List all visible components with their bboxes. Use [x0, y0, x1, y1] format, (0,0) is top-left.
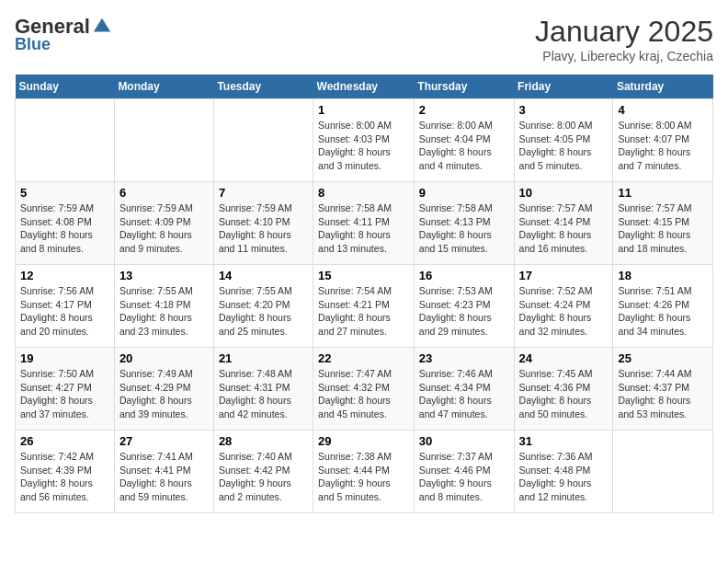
calendar-day-13: 13Sunrise: 7:55 AM Sunset: 4:18 PM Dayli…: [114, 265, 213, 348]
day-number: 1: [318, 103, 409, 117]
day-info: Sunrise: 7:58 AM Sunset: 4:11 PM Dayligh…: [318, 201, 409, 256]
day-number: 7: [219, 186, 308, 200]
calendar-day-8: 8Sunrise: 7:58 AM Sunset: 4:11 PM Daylig…: [313, 182, 415, 265]
calendar-week-row: 1Sunrise: 8:00 AM Sunset: 4:03 PM Daylig…: [16, 99, 713, 182]
day-number: 3: [519, 103, 609, 117]
day-info: Sunrise: 7:37 AM Sunset: 4:46 PM Dayligh…: [419, 450, 509, 504]
calendar-day-18: 18Sunrise: 7:51 AM Sunset: 4:26 PM Dayli…: [613, 265, 713, 348]
day-number: 15: [318, 269, 409, 282]
page-header: General Blue January 2025 Plavy, Liberec…: [15, 15, 713, 63]
calendar-day-empty: [16, 99, 115, 182]
calendar-day-empty: [114, 99, 213, 182]
location-subtitle: Plavy, Liberecky kraj, Czechia: [535, 49, 713, 63]
calendar-day-5: 5Sunrise: 7:59 AM Sunset: 4:08 PM Daylig…: [16, 182, 115, 265]
day-info: Sunrise: 7:51 AM Sunset: 4:26 PM Dayligh…: [618, 284, 708, 339]
calendar-day-15: 15Sunrise: 7:54 AM Sunset: 4:21 PM Dayli…: [313, 265, 415, 348]
calendar-day-30: 30Sunrise: 7:37 AM Sunset: 4:46 PM Dayli…: [414, 431, 514, 513]
weekday-header-sunday: Sunday: [16, 75, 115, 99]
calendar-day-28: 28Sunrise: 7:40 AM Sunset: 4:42 PM Dayli…: [213, 431, 313, 513]
day-info: Sunrise: 8:00 AM Sunset: 4:04 PM Dayligh…: [419, 119, 509, 173]
day-info: Sunrise: 7:55 AM Sunset: 4:18 PM Dayligh…: [119, 284, 209, 339]
day-number: 24: [519, 351, 609, 365]
day-number: 14: [219, 269, 308, 282]
calendar-day-31: 31Sunrise: 7:36 AM Sunset: 4:48 PM Dayli…: [514, 431, 613, 513]
day-number: 2: [419, 103, 509, 117]
calendar-day-22: 22Sunrise: 7:47 AM Sunset: 4:32 PM Dayli…: [313, 348, 415, 431]
calendar-day-1: 1Sunrise: 8:00 AM Sunset: 4:03 PM Daylig…: [313, 99, 415, 182]
calendar-day-20: 20Sunrise: 7:49 AM Sunset: 4:29 PM Dayli…: [114, 348, 213, 431]
calendar-day-29: 29Sunrise: 7:38 AM Sunset: 4:44 PM Dayli…: [313, 431, 415, 513]
weekday-header-monday: Monday: [114, 75, 213, 99]
day-info: Sunrise: 7:53 AM Sunset: 4:23 PM Dayligh…: [419, 284, 509, 339]
calendar-day-empty: [213, 99, 313, 182]
calendar-day-21: 21Sunrise: 7:48 AM Sunset: 4:31 PM Dayli…: [213, 348, 313, 431]
calendar-day-11: 11Sunrise: 7:57 AM Sunset: 4:15 PM Dayli…: [613, 182, 713, 265]
calendar-day-25: 25Sunrise: 7:44 AM Sunset: 4:37 PM Dayli…: [613, 348, 713, 431]
day-info: Sunrise: 7:49 AM Sunset: 4:29 PM Dayligh…: [119, 367, 209, 421]
calendar-table: SundayMondayTuesdayWednesdayThursdayFrid…: [15, 75, 713, 513]
day-info: Sunrise: 7:59 AM Sunset: 4:08 PM Dayligh…: [20, 201, 109, 256]
calendar-day-17: 17Sunrise: 7:52 AM Sunset: 4:24 PM Dayli…: [514, 265, 613, 348]
day-info: Sunrise: 7:46 AM Sunset: 4:34 PM Dayligh…: [419, 367, 509, 421]
calendar-day-3: 3Sunrise: 8:00 AM Sunset: 4:05 PM Daylig…: [514, 99, 613, 182]
day-number: 22: [318, 351, 409, 365]
calendar-day-2: 2Sunrise: 8:00 AM Sunset: 4:04 PM Daylig…: [414, 99, 514, 182]
day-number: 26: [20, 434, 109, 448]
day-number: 17: [519, 269, 609, 282]
day-info: Sunrise: 7:59 AM Sunset: 4:09 PM Dayligh…: [119, 201, 209, 256]
day-number: 30: [419, 434, 509, 448]
svg-marker-0: [94, 18, 110, 32]
day-info: Sunrise: 7:54 AM Sunset: 4:21 PM Dayligh…: [318, 284, 409, 339]
logo: General Blue: [15, 15, 112, 54]
day-info: Sunrise: 8:00 AM Sunset: 4:05 PM Dayligh…: [519, 119, 609, 173]
calendar-day-4: 4Sunrise: 8:00 AM Sunset: 4:07 PM Daylig…: [613, 99, 713, 182]
day-info: Sunrise: 7:48 AM Sunset: 4:31 PM Dayligh…: [219, 367, 308, 421]
day-info: Sunrise: 7:47 AM Sunset: 4:32 PM Dayligh…: [318, 367, 409, 421]
day-number: 29: [318, 434, 409, 448]
day-info: Sunrise: 7:40 AM Sunset: 4:42 PM Dayligh…: [219, 450, 308, 504]
calendar-week-row: 12Sunrise: 7:56 AM Sunset: 4:17 PM Dayli…: [16, 265, 713, 348]
calendar-week-row: 26Sunrise: 7:42 AM Sunset: 4:39 PM Dayli…: [16, 431, 713, 513]
calendar-day-24: 24Sunrise: 7:45 AM Sunset: 4:36 PM Dayli…: [514, 348, 613, 431]
day-info: Sunrise: 7:57 AM Sunset: 4:15 PM Dayligh…: [618, 201, 708, 256]
calendar-day-14: 14Sunrise: 7:55 AM Sunset: 4:20 PM Dayli…: [213, 265, 313, 348]
day-info: Sunrise: 7:52 AM Sunset: 4:24 PM Dayligh…: [519, 284, 609, 339]
day-info: Sunrise: 7:36 AM Sunset: 4:48 PM Dayligh…: [519, 450, 609, 504]
month-title: January 2025: [535, 15, 713, 49]
calendar-day-27: 27Sunrise: 7:41 AM Sunset: 4:41 PM Dayli…: [114, 431, 213, 513]
calendar-week-row: 5Sunrise: 7:59 AM Sunset: 4:08 PM Daylig…: [16, 182, 713, 265]
title-block: January 2025 Plavy, Liberecky kraj, Czec…: [535, 15, 713, 63]
calendar-day-9: 9Sunrise: 7:58 AM Sunset: 4:13 PM Daylig…: [414, 182, 514, 265]
calendar-day-empty: [613, 431, 713, 513]
day-number: 19: [20, 351, 109, 365]
day-number: 16: [419, 269, 509, 282]
day-number: 20: [119, 351, 209, 365]
day-info: Sunrise: 7:55 AM Sunset: 4:20 PM Dayligh…: [219, 284, 308, 339]
day-number: 4: [618, 103, 708, 117]
weekday-header-friday: Friday: [514, 75, 613, 99]
day-info: Sunrise: 7:42 AM Sunset: 4:39 PM Dayligh…: [20, 450, 109, 504]
day-number: 13: [119, 269, 209, 282]
weekday-header-wednesday: Wednesday: [313, 75, 415, 99]
calendar-week-row: 19Sunrise: 7:50 AM Sunset: 4:27 PM Dayli…: [16, 348, 713, 431]
day-number: 11: [618, 186, 708, 200]
logo-icon: [92, 17, 112, 37]
weekday-header-saturday: Saturday: [613, 75, 713, 99]
day-info: Sunrise: 7:45 AM Sunset: 4:36 PM Dayligh…: [519, 367, 609, 421]
day-number: 28: [219, 434, 308, 448]
weekday-header-thursday: Thursday: [414, 75, 514, 99]
day-info: Sunrise: 8:00 AM Sunset: 4:07 PM Dayligh…: [618, 119, 708, 173]
day-number: 5: [20, 186, 109, 200]
calendar-day-23: 23Sunrise: 7:46 AM Sunset: 4:34 PM Dayli…: [414, 348, 514, 431]
day-number: 18: [618, 269, 708, 282]
calendar-day-12: 12Sunrise: 7:56 AM Sunset: 4:17 PM Dayli…: [16, 265, 115, 348]
day-number: 31: [519, 434, 609, 448]
calendar-day-6: 6Sunrise: 7:59 AM Sunset: 4:09 PM Daylig…: [114, 182, 213, 265]
day-number: 12: [20, 269, 109, 282]
logo-blue-text: Blue: [15, 35, 51, 54]
day-number: 10: [519, 186, 609, 200]
day-info: Sunrise: 7:59 AM Sunset: 4:10 PM Dayligh…: [219, 201, 308, 256]
day-number: 8: [318, 186, 409, 200]
day-info: Sunrise: 7:58 AM Sunset: 4:13 PM Dayligh…: [419, 201, 509, 256]
day-number: 25: [618, 351, 708, 365]
